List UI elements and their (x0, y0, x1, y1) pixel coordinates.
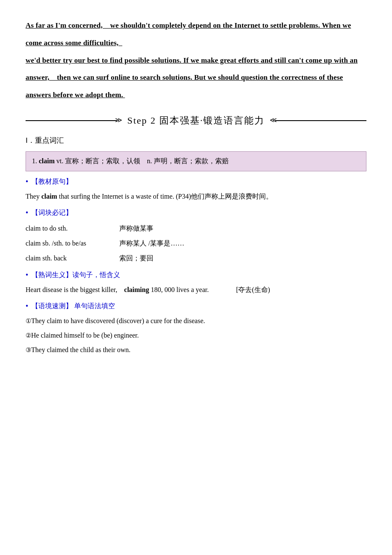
section-label: Ⅰ．重点词汇 (26, 136, 366, 145)
exercise-item-1: ①They claim to have discovered (discover… (26, 314, 366, 328)
bullet-icon-3: • (26, 271, 28, 280)
vocab-box: 1. claim vt. 宣称；断言；索取，认领 n. 声明，断言；索款，索赔 (26, 151, 366, 171)
chunk-en-2: claim sb. /sth. to be/as (26, 236, 119, 251)
vocab-pos2: n. (147, 157, 152, 165)
chunk-row-2: claim sb. /sth. to be/as 声称某人 /某事是…… (26, 236, 366, 251)
vocab-word: claim (39, 157, 55, 165)
extended-bold: claiming (124, 286, 149, 293)
textbook-example: They claim that surfing the Internet is … (26, 190, 366, 203)
intro-text: As far as I'm concerned, we shouldn't co… (26, 17, 366, 104)
answer-2: to be (86, 332, 100, 339)
chunks-section: • 【词块必记】 claim to do sth. 声称做某事 claim sb… (26, 208, 366, 266)
chunk-cn-3: 索回；要回 (119, 251, 366, 266)
vocab-pos1: vt. (56, 157, 63, 165)
exercise-item-2: ②He claimed himself to be (be) engineer. (26, 329, 366, 342)
step-divider: Step 2 固本强基·锻造语言能力 (26, 114, 366, 127)
bullet-icon: • (26, 177, 28, 186)
bullet-icon-2: • (26, 208, 28, 217)
chunks-list: claim to do sth. 声称做某事 claim sb. /sth. t… (26, 221, 366, 266)
chunk-en-1: claim to do sth. (26, 221, 119, 236)
exercise-section: • 【语境速测】 单句语法填空 ①They claim to have disc… (26, 302, 366, 357)
chunks-label: • 【词块必记】 (26, 208, 366, 217)
extended-label: • 【熟词生义】读句子，悟含义 (26, 271, 366, 280)
circle-num-3: ③ (26, 347, 31, 353)
circle-num-2: ② (26, 332, 31, 339)
answer-1: to have discovered (63, 317, 115, 324)
divider-line-right (275, 120, 366, 121)
chunk-row-1: claim to do sth. 声称做某事 (26, 221, 366, 236)
answer-3: as (95, 346, 101, 353)
step-title: Step 2 固本强基·锻造语言能力 (121, 114, 272, 127)
chunk-en-3: claim sth. back (26, 251, 119, 266)
intro-paragraph: As far as I'm concerned, we shouldn't co… (26, 17, 366, 104)
chunk-row-3: claim sth. back 索回；要回 (26, 251, 366, 266)
exercise-label: • 【语境速测】 单句语法填空 (26, 302, 366, 311)
textbook-bold-word: claim (41, 193, 57, 200)
textbook-label-text: 【教材原句】 (32, 177, 72, 186)
chunk-cn-1: 声称做某事 (119, 221, 366, 236)
vocab-meanings1: 宣称；断言；索取，认领 (65, 157, 140, 165)
exercise-item-3: ③They claimed the child as their own. (26, 343, 366, 357)
vocab-meanings2: 声明，断言；索款，索赔 (154, 157, 229, 165)
extended-section: • 【熟词生义】读句子，悟含义 Heart disease is the big… (26, 271, 366, 297)
exercise-label-text: 【语境速测】 单句语法填空 (32, 302, 115, 311)
circle-num-1: ① (26, 318, 31, 324)
textbook-section: • 【教材原句】 They claim that surfing the Int… (26, 177, 366, 203)
textbook-label: • 【教材原句】 (26, 177, 366, 186)
chunk-cn-2: 声称某人 /某事是…… (119, 236, 366, 251)
chunks-label-text: 【词块必记】 (32, 208, 72, 217)
vocab-number: 1. (32, 157, 37, 165)
bullet-icon-4: • (26, 302, 28, 311)
extended-example: Heart disease is the biggest killer, cla… (26, 283, 366, 297)
extended-label-text: 【熟词生义】读句子，悟含义 (32, 271, 120, 280)
divider-line-left (26, 120, 117, 121)
